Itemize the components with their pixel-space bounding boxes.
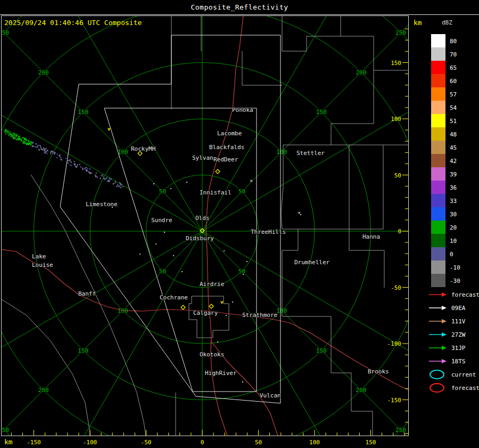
station-dot bbox=[186, 182, 187, 183]
highway-line bbox=[208, 311, 409, 390]
radar-echo bbox=[51, 151, 52, 152]
radar-echo bbox=[117, 184, 118, 185]
axis-label-bottom: 100 bbox=[309, 439, 320, 446]
legend-arrow-head-icon bbox=[442, 292, 447, 297]
radar-echo bbox=[14, 134, 15, 135]
legend-arrow-head-icon bbox=[442, 346, 447, 350]
radar-echo bbox=[52, 152, 53, 153]
boundary-line bbox=[281, 145, 331, 316]
axis-label-right: -100 bbox=[387, 340, 402, 347]
radar-echo bbox=[79, 164, 80, 165]
range-ring-label: 200 bbox=[38, 387, 49, 394]
radar-echo bbox=[61, 160, 62, 161]
colorbar-label: 30 bbox=[450, 211, 457, 218]
range-ring-label: 250 bbox=[395, 29, 406, 36]
station-dot bbox=[173, 255, 174, 256]
city-label: RedDeer bbox=[213, 156, 238, 163]
colorbar-label: 51 bbox=[450, 118, 457, 125]
radar-site-diamond bbox=[181, 305, 185, 309]
radar-echo bbox=[120, 184, 121, 185]
radar-echo bbox=[28, 140, 29, 142]
radar-echo bbox=[23, 138, 25, 140]
radar-echo bbox=[42, 149, 43, 150]
radar-echo bbox=[40, 148, 42, 149]
radar-echo bbox=[11, 135, 13, 137]
radar-echo bbox=[44, 149, 45, 150]
radar-echo bbox=[18, 136, 19, 137]
radar-echo bbox=[71, 165, 72, 166]
radar-echo bbox=[22, 142, 24, 144]
boundary-line bbox=[242, 51, 282, 85]
radar-echo bbox=[109, 177, 110, 178]
legend-ellipse-icon bbox=[430, 384, 444, 392]
colorbar-swatch bbox=[431, 221, 445, 234]
radar-echo bbox=[28, 144, 29, 145]
radial-line bbox=[0, 231, 202, 396]
radar-echo bbox=[104, 179, 105, 180]
radar-echo bbox=[57, 154, 58, 155]
colorbar-swatch bbox=[431, 207, 445, 221]
legend-label: 09EA bbox=[451, 305, 466, 312]
radar-echo bbox=[32, 142, 34, 143]
radar-echo bbox=[43, 148, 44, 149]
legend-ellipse-icon bbox=[430, 370, 444, 379]
radar-echo bbox=[107, 181, 108, 182]
city-label: Sundre bbox=[151, 217, 172, 224]
colorbar-swatch bbox=[431, 194, 445, 207]
range-ring-label: 150 bbox=[316, 109, 327, 116]
range-ring-label: 150 bbox=[316, 347, 327, 354]
radar-echo bbox=[34, 146, 35, 147]
radar-echo bbox=[54, 153, 55, 154]
axis-label-right: 0 bbox=[398, 228, 401, 235]
radar-echo bbox=[15, 136, 16, 137]
radar-echo bbox=[39, 150, 40, 151]
station-dot bbox=[243, 274, 244, 275]
range-ring-label: 100 bbox=[276, 307, 287, 314]
colorbar-label: 0 bbox=[450, 251, 453, 258]
radar-echo bbox=[90, 172, 91, 173]
radar-site-diamond bbox=[216, 169, 220, 174]
colorbar-label: 57 bbox=[450, 91, 457, 98]
radar-echo bbox=[16, 139, 18, 140]
axis-label-bottom: -100 bbox=[83, 439, 97, 446]
legend-arrow-head-icon bbox=[442, 306, 447, 310]
range-ring bbox=[0, 0, 479, 448]
radar-echo bbox=[35, 146, 36, 148]
radar-echo bbox=[11, 134, 12, 135]
radar-echo bbox=[45, 151, 46, 152]
radar-display-canvas[interactable]: 5010015020025050100150200250501001502002… bbox=[0, 0, 479, 448]
colorbar-label: -10 bbox=[450, 264, 460, 271]
station-dot bbox=[226, 315, 227, 316]
radar-echo bbox=[25, 142, 26, 143]
colorbar-label: 60 bbox=[450, 78, 457, 85]
range-ring-label: 150 bbox=[78, 347, 88, 354]
radar-echo bbox=[119, 182, 120, 183]
overlay-layers: 150100500-50-100-150-150-100-50050100150… bbox=[2, 16, 479, 446]
colorbar-swatch bbox=[431, 34, 445, 47]
radar-echo bbox=[40, 145, 41, 146]
radar-echo bbox=[103, 177, 104, 178]
station-dot bbox=[181, 271, 183, 272]
highway-line bbox=[0, 249, 208, 311]
legend-label: 18TS bbox=[451, 358, 466, 365]
colorbar-label: 45 bbox=[450, 144, 457, 151]
radar-echo bbox=[46, 151, 47, 152]
radial-line bbox=[37, 0, 202, 231]
radar-echo bbox=[20, 139, 21, 140]
radar-echo bbox=[30, 144, 31, 145]
radar-echo bbox=[9, 135, 10, 136]
city-label: Hanna bbox=[362, 233, 380, 240]
colorbar-label: 36 bbox=[450, 184, 457, 191]
station-dot bbox=[232, 302, 233, 303]
colorbar-swatch bbox=[431, 167, 445, 181]
radar-echo bbox=[52, 151, 53, 152]
radar-echo bbox=[13, 135, 14, 136]
axis-label-bottom: -150 bbox=[27, 439, 41, 446]
radar-echo bbox=[70, 159, 71, 160]
colorbar-label: 54 bbox=[450, 104, 457, 111]
radar-echo bbox=[32, 145, 34, 146]
station-asterisk: * bbox=[298, 210, 301, 217]
colorbar-label: 70 bbox=[450, 51, 457, 58]
city-label: RockyMH bbox=[131, 145, 155, 152]
radar-echo bbox=[13, 137, 14, 139]
